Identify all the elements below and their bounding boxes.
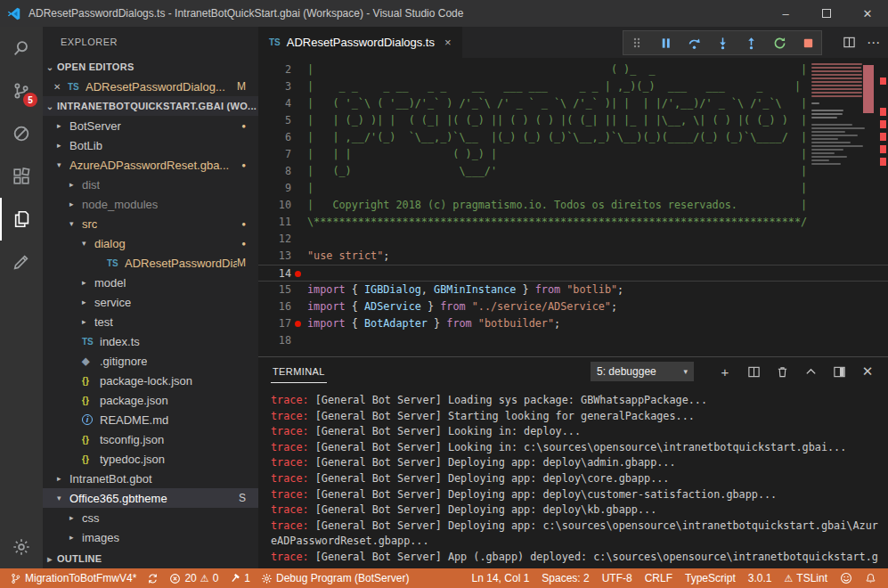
tree-item-intranetbot-gbot[interactable]: ▸IntranetBot.gbot bbox=[43, 469, 258, 488]
code-line-18[interactable]: 18 bbox=[258, 332, 888, 349]
terminal-tab[interactable]: TERMINAL bbox=[271, 361, 327, 383]
tree-item-package-json[interactable]: {}package.json bbox=[43, 390, 258, 410]
restart-button[interactable] bbox=[771, 33, 787, 53]
tree-item-dialog[interactable]: ▾dialog● bbox=[43, 233, 258, 253]
close-panel-icon[interactable]: ✕ bbox=[858, 362, 877, 381]
tree-item-package-lock-json[interactable]: {}package-lock.json bbox=[43, 371, 258, 390]
open-editor-item-adresetpassworddialog[interactable]: ✕TSADResetPasswordDialog...M bbox=[43, 77, 258, 96]
search-icon[interactable] bbox=[0, 27, 43, 69]
line-number[interactable]: 16 bbox=[258, 298, 307, 315]
tree-item-readme-md[interactable]: iREADME.md bbox=[43, 410, 258, 429]
line-number[interactable]: 9 bbox=[258, 180, 307, 197]
code-line-10[interactable]: 10| Copyright 2018 (c) pragmatismo.io. T… bbox=[258, 197, 888, 214]
tree-item-gitignore[interactable]: ◆.gitignore bbox=[43, 351, 258, 371]
line-number[interactable]: 10 bbox=[258, 197, 307, 214]
tree-item-tsconfig-json[interactable]: {}tsconfig.json bbox=[43, 429, 258, 449]
code-editor[interactable]: 2| ( )_ _ |3| _ _ _ __ _ _ __ ___ ___ _ … bbox=[258, 58, 888, 356]
line-number[interactable]: 13 bbox=[258, 248, 307, 265]
settings-gear-icon[interactable] bbox=[0, 526, 43, 568]
code-line-3[interactable]: 3| _ _ _ __ _ _ __ ___ ___ _ _ | ,_)(_) … bbox=[258, 78, 888, 95]
split-editor-icon[interactable] bbox=[843, 36, 856, 49]
line-number[interactable]: 4 bbox=[258, 95, 307, 112]
code-line-8[interactable]: 8| (_) \___/' | bbox=[258, 163, 888, 180]
line-number[interactable]: 2 bbox=[258, 61, 307, 78]
sync-button[interactable] bbox=[143, 568, 163, 588]
maximize-panel-chevron-icon[interactable] bbox=[801, 362, 820, 381]
terminal-instance-dropdown[interactable]: 5: debuggee ▾ bbox=[591, 362, 694, 381]
tree-item-service[interactable]: ▸service bbox=[43, 292, 258, 312]
kill-terminal-trash-icon[interactable] bbox=[772, 362, 792, 381]
code-line-17[interactable]: 17import { BotAdapter } from "botbuilder… bbox=[258, 315, 888, 332]
close-button[interactable]: ✕ bbox=[847, 0, 888, 27]
tree-item-dist[interactable]: ▸dist bbox=[43, 175, 258, 194]
open-editors-header[interactable]: ⌄ OPEN EDITORS bbox=[43, 57, 258, 77]
notifications-bell-icon[interactable] bbox=[860, 568, 881, 588]
tree-item-test[interactable]: ▸test bbox=[43, 312, 258, 331]
toggle-panel-position-icon[interactable] bbox=[829, 362, 849, 381]
tree-item-index-ts[interactable]: TSindex.ts bbox=[43, 331, 258, 351]
split-terminal-icon[interactable] bbox=[744, 362, 763, 381]
eol-setting[interactable]: CRLF bbox=[640, 568, 677, 588]
line-number[interactable]: 12 bbox=[258, 231, 307, 248]
workspace-header[interactable]: ⌄ INTRANETBOTQUICKSTART.GBAI (WO... bbox=[43, 96, 258, 116]
code-line-16[interactable]: 16import { ADService } from "../service/… bbox=[258, 298, 888, 315]
typescript-version[interactable]: 3.0.1 bbox=[744, 568, 777, 588]
step-over-button[interactable] bbox=[686, 33, 702, 53]
minimap[interactable] bbox=[811, 63, 874, 165]
code-line-4[interactable]: 4| ( '_`\ ( '__)/'_` ) /'_`\ /' _ ` _ `\… bbox=[258, 95, 888, 112]
code-line-5[interactable]: 5| | (_) )| | ( (_| |( (_) || ( ) ( ) |(… bbox=[258, 112, 888, 129]
line-number[interactable]: 15 bbox=[258, 282, 307, 298]
encoding-setting[interactable]: UTF-8 bbox=[598, 568, 637, 588]
feedback-smiley-icon[interactable] bbox=[835, 568, 857, 588]
tslint-status[interactable]: ⚠ TSLint bbox=[779, 568, 832, 588]
tree-item-images[interactable]: ▸images bbox=[43, 527, 258, 547]
code-line-14[interactable]: 14 bbox=[258, 265, 888, 282]
extensions-icon[interactable] bbox=[0, 155, 43, 198]
tree-item-adresetpassworddial[interactable]: TSADResetPasswordDial...M bbox=[43, 253, 258, 273]
line-number[interactable]: 5 bbox=[258, 112, 307, 129]
tasks-indicator[interactable]: 1 bbox=[224, 568, 255, 588]
code-line-7[interactable]: 7| | | ( )_) | | bbox=[258, 146, 888, 163]
code-line-12[interactable]: 12 bbox=[258, 231, 888, 248]
code-line-6[interactable]: 6| | ,__/'(_) `\__,_)`\__ |(_) (_) (_)`\… bbox=[258, 129, 888, 146]
language-mode[interactable]: TypeScript bbox=[680, 568, 740, 588]
indentation-setting[interactable]: Spaces: 2 bbox=[537, 568, 593, 588]
stop-button[interactable] bbox=[800, 33, 816, 53]
drag-grip-icon[interactable] bbox=[629, 33, 645, 53]
line-number[interactable]: 8 bbox=[258, 163, 307, 180]
code-line-9[interactable]: 9| | bbox=[258, 180, 888, 197]
minimize-button[interactable]: – bbox=[765, 0, 806, 27]
breakpoint-icon[interactable] bbox=[295, 321, 301, 327]
source-control-icon[interactable]: 5 bbox=[0, 69, 43, 112]
problems-indicator[interactable]: 20 ⚠ 0 bbox=[165, 568, 223, 588]
git-branch-indicator[interactable]: MigrationToBotFmwV4* bbox=[5, 568, 141, 588]
tree-item-node-modules[interactable]: ▸node_modules bbox=[43, 194, 258, 214]
tree-item-botserver[interactable]: ▸BotServer● bbox=[43, 116, 258, 135]
step-into-button[interactable] bbox=[714, 33, 730, 53]
maximize-button[interactable] bbox=[806, 0, 847, 27]
close-editor-icon[interactable]: ✕ bbox=[53, 82, 68, 92]
tree-item-src[interactable]: ▾src● bbox=[43, 214, 258, 233]
line-number[interactable]: 11 bbox=[258, 214, 307, 231]
line-number[interactable]: 6 bbox=[258, 129, 307, 146]
tree-item-css[interactable]: ▸css bbox=[43, 508, 258, 527]
line-number[interactable]: 18 bbox=[258, 332, 307, 349]
explorer-files-icon[interactable] bbox=[0, 198, 43, 241]
close-tab-icon[interactable]: × bbox=[444, 36, 452, 49]
tree-item-typedoc-json[interactable]: {}typedoc.json bbox=[43, 449, 258, 469]
line-number[interactable]: 3 bbox=[258, 78, 307, 95]
terminal-output[interactable]: trace: [General Bot Server] Loading sys … bbox=[258, 386, 888, 568]
debug-status[interactable]: Debug Program (BotServer) bbox=[257, 568, 413, 588]
breakpoint-icon[interactable] bbox=[295, 271, 301, 277]
tree-item-model[interactable]: ▸model bbox=[43, 273, 258, 292]
outline-header[interactable]: ▸ OUTLINE bbox=[43, 549, 258, 568]
tree-item-botlib[interactable]: ▸BotLib bbox=[43, 135, 258, 155]
step-out-button[interactable] bbox=[743, 33, 759, 53]
pause-button[interactable] bbox=[657, 33, 673, 53]
edit-pencil-icon[interactable] bbox=[0, 241, 43, 283]
code-line-11[interactable]: 11\*************************************… bbox=[258, 214, 888, 231]
cursor-position[interactable]: Ln 14, Col 1 bbox=[468, 568, 534, 588]
tree-item-azureadpasswordreset-gba[interactable]: ▾AzureADPasswordReset.gba...● bbox=[43, 155, 258, 175]
tree-item-office365-gbtheme[interactable]: ▾Office365.gbthemeS bbox=[43, 488, 258, 508]
code-line-13[interactable]: 13"use strict"; bbox=[258, 248, 888, 265]
